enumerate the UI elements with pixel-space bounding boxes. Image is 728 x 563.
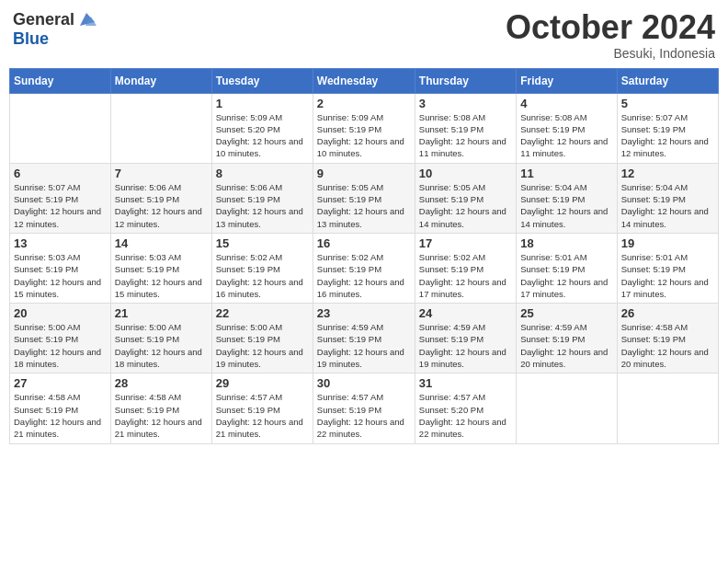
day-number: 21: [115, 306, 208, 320]
day-number: 17: [419, 236, 512, 250]
calendar-cell: 23Sunrise: 4:59 AM Sunset: 5:19 PM Dayli…: [313, 304, 415, 373]
calendar-cell: 6Sunrise: 5:07 AM Sunset: 5:19 PM Daylig…: [10, 163, 111, 233]
day-info: Sunrise: 5:03 AM Sunset: 5:19 PM Dayligh…: [115, 251, 208, 300]
calendar-cell: 27Sunrise: 4:58 AM Sunset: 5:19 PM Dayli…: [10, 373, 111, 443]
day-info: Sunrise: 4:59 AM Sunset: 5:19 PM Dayligh…: [419, 321, 512, 370]
calendar-cell: 3Sunrise: 5:08 AM Sunset: 5:19 PM Daylig…: [415, 93, 516, 163]
day-number: 12: [621, 167, 714, 180]
day-number: 2: [317, 97, 411, 110]
weekday-header-friday: Friday: [517, 68, 617, 93]
day-number: 24: [419, 306, 512, 320]
day-number: 22: [216, 306, 309, 320]
day-number: 20: [14, 306, 107, 320]
day-info: Sunrise: 5:00 AM Sunset: 5:19 PM Dayligh…: [216, 321, 309, 370]
calendar-cell: 15Sunrise: 5:02 AM Sunset: 5:19 PM Dayli…: [211, 233, 313, 303]
calendar-header-row: SundayMondayTuesdayWednesdayThursdayFrid…: [10, 68, 719, 93]
calendar-cell: 29Sunrise: 4:57 AM Sunset: 5:19 PM Dayli…: [211, 373, 313, 443]
calendar-cell: 1Sunrise: 5:09 AM Sunset: 5:20 PM Daylig…: [211, 93, 313, 163]
calendar-cell: 5Sunrise: 5:07 AM Sunset: 5:19 PM Daylig…: [617, 93, 718, 163]
calendar-cell: 14Sunrise: 5:03 AM Sunset: 5:19 PM Dayli…: [110, 233, 211, 303]
title-area: October 2024 Besuki, Indonesia: [506, 9, 715, 61]
day-info: Sunrise: 5:01 AM Sunset: 5:19 PM Dayligh…: [621, 251, 714, 300]
calendar-week-5: 27Sunrise: 4:58 AM Sunset: 5:19 PM Dayli…: [10, 373, 719, 443]
calendar-cell: 26Sunrise: 4:58 AM Sunset: 5:19 PM Dayli…: [617, 304, 718, 373]
day-number: 13: [14, 236, 107, 250]
calendar-cell: 13Sunrise: 5:03 AM Sunset: 5:19 PM Dayli…: [10, 233, 111, 303]
day-info: Sunrise: 5:06 AM Sunset: 5:19 PM Dayligh…: [115, 181, 208, 230]
weekday-header-tuesday: Tuesday: [211, 68, 313, 93]
calendar-cell: 24Sunrise: 4:59 AM Sunset: 5:19 PM Dayli…: [415, 304, 516, 373]
calendar-cell: 31Sunrise: 4:57 AM Sunset: 5:20 PM Dayli…: [415, 373, 516, 443]
day-number: 31: [419, 376, 512, 390]
calendar-cell: 12Sunrise: 5:04 AM Sunset: 5:19 PM Dayli…: [617, 163, 718, 233]
day-info: Sunrise: 4:57 AM Sunset: 5:19 PM Dayligh…: [216, 391, 309, 440]
location-subtitle: Besuki, Indonesia: [506, 46, 715, 61]
calendar-week-3: 13Sunrise: 5:03 AM Sunset: 5:19 PM Dayli…: [10, 233, 719, 303]
calendar-cell: [517, 373, 617, 443]
logo-general: General: [13, 10, 74, 29]
day-number: 19: [621, 236, 714, 250]
day-info: Sunrise: 4:58 AM Sunset: 5:19 PM Dayligh…: [115, 391, 208, 440]
day-number: 11: [520, 167, 612, 180]
calendar-cell: 17Sunrise: 5:02 AM Sunset: 5:19 PM Dayli…: [415, 233, 516, 303]
calendar-cell: [110, 93, 211, 163]
day-info: Sunrise: 5:08 AM Sunset: 5:19 PM Dayligh…: [419, 111, 512, 160]
day-info: Sunrise: 4:57 AM Sunset: 5:20 PM Dayligh…: [419, 391, 512, 440]
logo: General Blue: [13, 9, 97, 49]
calendar-cell: 25Sunrise: 4:59 AM Sunset: 5:19 PM Dayli…: [517, 304, 617, 373]
day-info: Sunrise: 5:00 AM Sunset: 5:19 PM Dayligh…: [14, 321, 107, 370]
calendar-week-1: 1Sunrise: 5:09 AM Sunset: 5:20 PM Daylig…: [10, 93, 719, 163]
day-info: Sunrise: 5:07 AM Sunset: 5:19 PM Dayligh…: [621, 111, 714, 160]
day-info: Sunrise: 4:57 AM Sunset: 5:19 PM Dayligh…: [317, 391, 411, 440]
day-number: 7: [115, 167, 208, 180]
calendar-cell: 20Sunrise: 5:00 AM Sunset: 5:19 PM Dayli…: [10, 304, 111, 373]
day-info: Sunrise: 5:09 AM Sunset: 5:20 PM Dayligh…: [216, 111, 309, 160]
day-info: Sunrise: 5:05 AM Sunset: 5:19 PM Dayligh…: [419, 181, 512, 230]
day-number: 14: [115, 236, 208, 250]
calendar-cell: 10Sunrise: 5:05 AM Sunset: 5:19 PM Dayli…: [415, 163, 516, 233]
weekday-header-sunday: Sunday: [10, 68, 111, 93]
calendar-cell: 16Sunrise: 5:02 AM Sunset: 5:19 PM Dayli…: [313, 233, 415, 303]
day-info: Sunrise: 5:04 AM Sunset: 5:19 PM Dayligh…: [621, 181, 714, 230]
calendar-cell: 7Sunrise: 5:06 AM Sunset: 5:19 PM Daylig…: [110, 163, 211, 233]
calendar-cell: 30Sunrise: 4:57 AM Sunset: 5:19 PM Dayli…: [313, 373, 415, 443]
calendar-cell: 22Sunrise: 5:00 AM Sunset: 5:19 PM Dayli…: [211, 304, 313, 373]
day-number: 26: [621, 306, 714, 320]
day-number: 23: [317, 306, 411, 320]
day-number: 9: [317, 167, 411, 180]
day-number: 8: [216, 167, 309, 180]
calendar-cell: 2Sunrise: 5:09 AM Sunset: 5:19 PM Daylig…: [313, 93, 415, 163]
logo-blue: Blue: [13, 29, 49, 49]
day-number: 5: [621, 97, 714, 110]
day-number: 30: [317, 376, 411, 390]
day-info: Sunrise: 4:59 AM Sunset: 5:19 PM Dayligh…: [317, 321, 411, 370]
logo-icon: [76, 9, 97, 29]
day-number: 15: [216, 236, 309, 250]
calendar-cell: 28Sunrise: 4:58 AM Sunset: 5:19 PM Dayli…: [110, 373, 211, 443]
page-header: General Blue October 2024 Besuki, Indone…: [9, 9, 719, 61]
day-info: Sunrise: 5:02 AM Sunset: 5:19 PM Dayligh…: [317, 251, 411, 300]
weekday-header-thursday: Thursday: [415, 68, 516, 93]
day-info: Sunrise: 5:00 AM Sunset: 5:19 PM Dayligh…: [115, 321, 208, 370]
day-info: Sunrise: 5:07 AM Sunset: 5:19 PM Dayligh…: [14, 181, 107, 230]
calendar-cell: [617, 373, 718, 443]
day-number: 3: [419, 97, 512, 110]
weekday-header-monday: Monday: [110, 68, 211, 93]
calendar-cell: 8Sunrise: 5:06 AM Sunset: 5:19 PM Daylig…: [211, 163, 313, 233]
calendar-week-4: 20Sunrise: 5:00 AM Sunset: 5:19 PM Dayli…: [10, 304, 719, 373]
weekday-header-wednesday: Wednesday: [313, 68, 415, 93]
day-number: 1: [216, 97, 309, 110]
day-info: Sunrise: 5:01 AM Sunset: 5:19 PM Dayligh…: [520, 251, 612, 300]
day-info: Sunrise: 5:02 AM Sunset: 5:19 PM Dayligh…: [419, 251, 512, 300]
day-info: Sunrise: 4:58 AM Sunset: 5:19 PM Dayligh…: [621, 321, 714, 370]
day-number: 28: [115, 376, 208, 390]
day-number: 6: [14, 167, 107, 180]
day-info: Sunrise: 5:09 AM Sunset: 5:19 PM Dayligh…: [317, 111, 411, 160]
calendar-cell: 11Sunrise: 5:04 AM Sunset: 5:19 PM Dayli…: [517, 163, 617, 233]
day-info: Sunrise: 4:59 AM Sunset: 5:19 PM Dayligh…: [520, 321, 612, 370]
day-number: 25: [520, 306, 612, 320]
calendar-cell: 19Sunrise: 5:01 AM Sunset: 5:19 PM Dayli…: [617, 233, 718, 303]
day-info: Sunrise: 5:02 AM Sunset: 5:19 PM Dayligh…: [216, 251, 309, 300]
calendar-cell: [10, 93, 111, 163]
day-number: 18: [520, 236, 612, 250]
